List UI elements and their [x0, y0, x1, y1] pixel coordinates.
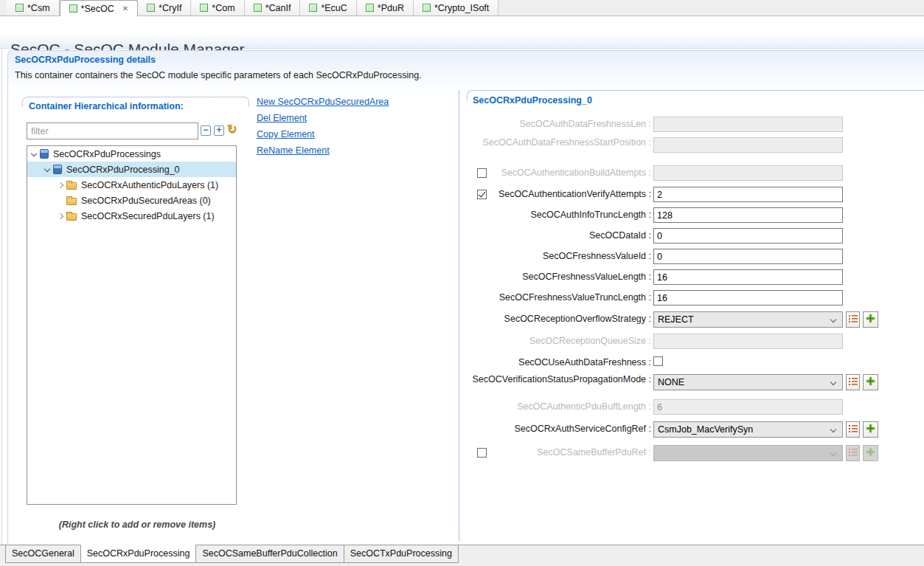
module-icon [69, 4, 77, 13]
bottom-tab-secocsamebufferpducollection[interactable]: SecOCSameBufferPduCollection [195, 545, 344, 563]
editor-tab-canif[interactable]: *CanIf [245, 0, 301, 15]
editor-tab-com[interactable]: *Com [191, 0, 244, 15]
add-button[interactable] [863, 311, 878, 328]
editor-tab-label: *CryIf [159, 3, 181, 13]
tree-item-secocrxauthenticpdulayers-1[interactable]: SecOCRxAuthenticPduLayers (1) [27, 177, 236, 193]
select-secocreceptionoverflowstrategy[interactable]: REJECT [653, 311, 843, 328]
label-secocauthinfotrunclength: SecOCAuthInfoTruncLength : [467, 210, 651, 221]
chevron-down-icon[interactable] [44, 165, 50, 171]
plus-icon [866, 376, 875, 388]
action-link-new-secocrxpdusecuredarea[interactable]: New SecOCRxPduSecuredArea [257, 97, 389, 107]
field-secocdataid[interactable] [653, 228, 843, 244]
editor-tab-secoc[interactable]: *SecOC✕ [60, 0, 139, 16]
label-secocauthenticationbuildattempts: SecOCAuthenticationBuildAttempts : [467, 168, 651, 179]
container-tree: SecOCRxPduProcessingsSecOCRxPduProcessin… [27, 145, 237, 505]
folder-icon [66, 182, 77, 190]
close-icon[interactable]: ✕ [122, 5, 128, 13]
editor-tab-pdur[interactable]: *PduR [357, 0, 414, 15]
action-link-rename-element[interactable]: ReName Element [257, 145, 330, 156]
tree-item-secocrxpdusecuredareas-0[interactable]: SecOCRxPduSecuredAreas (0) [27, 193, 236, 208]
folder-icon [66, 213, 77, 221]
editor-tab-crypto-isoft[interactable]: *Crypto_ISoft [414, 0, 499, 15]
module-icon [309, 4, 317, 12]
label-secocfreshnessvalueid: SecOCFreshnessValueId : [467, 251, 651, 262]
field-secocauthinfotrunclength[interactable] [653, 207, 843, 223]
chevron-right-icon[interactable] [58, 213, 63, 218]
field-secocauthdatafreshnesslen [653, 117, 843, 132]
label-secocdataid: SecOCDataId : [467, 230, 651, 241]
select-value: CsmJob_MacVerifySyn [658, 424, 753, 435]
bottom-tab-bar: SecOCGeneralSecOCRxPduProcessingSecOCSam… [0, 545, 924, 566]
label-secocfreshnessvaluetrunclength: SecOCFreshnessValueTruncLength : [467, 292, 651, 303]
context-menu-hint: (Right click to add or remove items) [22, 520, 252, 530]
module-icon [15, 4, 24, 12]
field-secocreceptionqueuesize [653, 334, 843, 349]
select-secocverificationstatuspropagationmode[interactable]: NONE [653, 374, 843, 390]
editor-tab-label: *PduR [378, 3, 404, 13]
label-secocauthdatafreshnessstartposition: SecOCAuthDataFreshnessStartPosition : [467, 137, 651, 148]
list-button[interactable] [846, 374, 860, 390]
editor-tab-bar: *Csm*SecOC✕*CryIf*Com*CanIf*EcuC*PduR*Cr… [0, 0, 924, 16]
editor-frame-left-border [1, 0, 2, 566]
editor-tab-label: *Crypto_ISoft [434, 3, 489, 13]
tree-item-label: SecOCRxPduProcessings [53, 149, 161, 159]
secoc-module-manager-window: *Csm*SecOC✕*CryIf*Com*CanIf*EcuC*PduR*Cr… [0, 0, 924, 566]
select-value: NONE [658, 377, 684, 387]
editor-tab-csm[interactable]: *Csm [7, 0, 60, 15]
editor-tab-label: *SecOC [81, 4, 114, 14]
dropdown-chevron-icon [830, 427, 836, 432]
tree-item-secocrxsecuredpdulayers-1[interactable]: SecOCRxSecuredPduLayers (1) [27, 208, 236, 224]
expander-spacer [58, 199, 63, 203]
label-secocverificationstatuspropagationmode: SecOCVerificationStatusPropagationMode : [467, 374, 651, 385]
tree-item-label: SecOCRxSecuredPduLayers (1) [81, 211, 215, 221]
list-button[interactable] [846, 421, 860, 438]
chevron-right-icon[interactable] [58, 182, 63, 187]
editor-tab-label: *CanIf [265, 3, 291, 13]
editor-tab-label: *Com [212, 3, 235, 13]
container-panel-title: Container Hierarchical information: [29, 101, 184, 111]
plus-icon [866, 447, 875, 459]
editor-tab-cryif[interactable]: *CryIf [138, 0, 191, 15]
dropdown-chevron-icon [830, 317, 836, 322]
tree-item-secocrxpduprocessings[interactable]: SecOCRxPduProcessings [27, 146, 236, 162]
label-secocrxauthserviceconfigref: SecOCRxAuthServiceConfigRef : [467, 424, 651, 435]
label-secocauthenticpdubufflength: SecOCAuthenticPduBuffLength : [467, 401, 651, 413]
collapse-all-icon[interactable]: − [201, 125, 211, 136]
add-button[interactable] [863, 374, 878, 390]
list-button[interactable] [846, 311, 860, 328]
checkbox-secocuseauthdatafreshness[interactable] [653, 356, 663, 366]
list-icon [849, 448, 858, 459]
section-title: SecOCRxPduProcessing details [15, 55, 156, 65]
expand-all-icon[interactable]: + [214, 125, 224, 136]
title-band: SecOC - SecOC Module Manager [0, 16, 924, 49]
list-button [846, 445, 860, 461]
select-secocrxauthserviceconfigref[interactable]: CsmJob_MacVerifySyn [653, 421, 843, 438]
plus-icon [866, 314, 875, 325]
filter-input[interactable] [27, 122, 198, 139]
field-secocauthdatafreshnessstartposition [653, 137, 843, 153]
select-secocsamebufferpduref [653, 445, 843, 461]
action-link-copy-element[interactable]: Copy Element [257, 129, 315, 139]
container-icon [40, 149, 49, 159]
field-secocauthenticationverifyattempts[interactable] [653, 187, 843, 202]
label-secocfreshnessvaluelength: SecOCFreshnessValueLength : [467, 272, 651, 283]
bottom-tab-secocrxpduprocessing[interactable]: SecOCRxPduProcessing [80, 545, 197, 563]
chevron-down-icon[interactable] [31, 150, 37, 156]
add-button[interactable] [863, 421, 878, 438]
action-link-del-element[interactable]: Del Element [257, 113, 307, 123]
add-button [863, 445, 878, 461]
editor-tab-ecuc[interactable]: *EcuC [300, 0, 356, 15]
field-secocfreshnessvaluetrunclength[interactable] [653, 290, 843, 306]
editor-tab-label: *Csm [27, 3, 50, 13]
module-icon [366, 4, 374, 12]
plus-icon [866, 424, 875, 435]
field-secocfreshnessvalueid[interactable] [653, 249, 843, 264]
dropdown-chevron-icon [830, 379, 836, 385]
bottom-tab-secoctxpduprocessing[interactable]: SecOCTxPduProcessing [344, 545, 459, 563]
bottom-tab-secocgeneral[interactable]: SecOCGeneral [5, 545, 81, 563]
tree-item-secocrxpduprocessing-0[interactable]: SecOCRxPduProcessing_0 [27, 162, 236, 177]
refresh-icon[interactable]: ↻ [227, 122, 242, 137]
module-icon [147, 4, 155, 12]
select-value: REJECT [658, 314, 694, 325]
field-secocfreshnessvaluelength[interactable] [653, 269, 843, 285]
